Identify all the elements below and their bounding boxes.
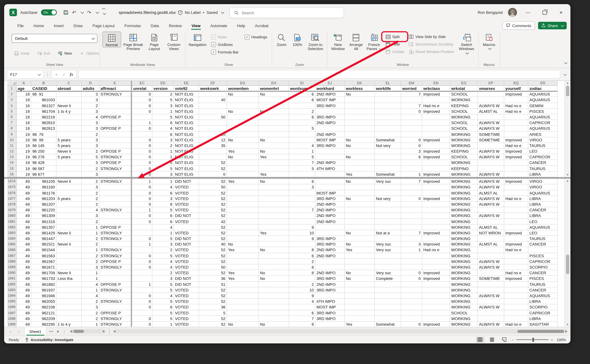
cell[interactable]: 1 [132,241,152,247]
cell[interactable]: 2 [289,259,315,264]
cell[interactable]: ARIES [528,131,558,137]
cell[interactable]: 961203 [31,196,56,202]
cell[interactable]: 961567 [31,259,56,264]
cell[interactable]: Never li [56,103,82,109]
cell[interactable]: No [259,270,289,276]
cell[interactable] [478,114,504,120]
cell[interactable]: 2 [152,143,174,149]
cell[interactable]: Never li [56,149,82,154]
cell[interactable] [345,287,375,293]
cell[interactable]: TAURUS [528,282,558,287]
cell[interactable]: 3RD IMPO [315,316,345,321]
cell[interactable]: OPPOSE P [99,282,131,287]
cell[interactable] [401,316,422,321]
cell[interactable] [315,184,345,190]
column-letter[interactable]: B [31,81,56,86]
cell[interactable]: 49 [17,224,31,230]
cell[interactable]: 6 [289,264,315,270]
cell[interactable]: 1 [152,109,174,114]
cell[interactable]: Improved [504,137,528,143]
cell[interactable]: LIBRA [528,213,558,219]
zoom-out-button[interactable]: − [512,338,514,342]
row-number[interactable]: 9 [7,131,17,137]
cell[interactable]: LIBRA [528,202,558,207]
cell[interactable]: DID NOT [174,236,199,241]
zoom-to-selection-button[interactable]: Zoom to Selection [306,32,325,51]
page-break-preview-button[interactable]: Page Break Preview [123,32,144,51]
row-number[interactable]: 1889 [7,264,17,270]
cell[interactable]: No [259,247,289,253]
cell[interactable]: 0 [132,91,152,97]
cell[interactable] [504,190,528,196]
cell[interactable]: No [259,149,289,154]
sheet-nav-right[interactable]: › [16,329,21,334]
cell[interactable]: 8 [289,247,315,253]
cell[interactable]: Very suc [375,270,401,276]
headings-checkbox[interactable]: ✓Headings [245,35,267,39]
cell[interactable]: STRONGLY [99,207,131,213]
cell[interactable] [227,287,259,293]
cell[interactable]: 6 [289,97,315,103]
cell[interactable]: Somewhat [375,171,401,177]
row-number[interactable]: 1881 [7,219,17,224]
row-number[interactable]: 1896 [7,304,17,310]
cell[interactable]: 6 [152,190,174,196]
tab-view[interactable]: View [187,21,205,30]
header-cell[interactable]: wrkstat [450,86,478,91]
row-number[interactable]: 1 [7,86,17,91]
cell[interactable]: Had no e [422,247,450,253]
cell[interactable]: ALWAYS W [478,259,504,264]
synchronous-scrolling-button[interactable]: Synchronous Scrolling [407,41,456,48]
cell[interactable]: No [227,322,259,327]
cell[interactable]: NOT ELIG [174,120,199,126]
cell[interactable]: 3 [82,184,99,190]
cell[interactable]: Had no e [504,143,528,149]
cell[interactable] [345,282,375,287]
cell[interactable] [132,230,152,236]
cell[interactable]: Improved [504,276,528,281]
cell[interactable]: WORKING [450,196,478,202]
cell[interactable]: KEEPING [450,149,478,154]
cell[interactable]: 19 [17,160,31,166]
cell[interactable]: 0 [401,109,422,114]
cell[interactable]: 2ND IMPO [315,253,345,259]
cell[interactable]: 50 [199,114,227,120]
cell[interactable]: 3 [401,149,422,154]
cell[interactable] [375,213,401,219]
cell[interactable]: 2ND IMPO [315,202,345,207]
cell[interactable]: AQUARIUS [528,126,558,131]
cell[interactable]: 4 [152,293,174,299]
cell[interactable] [345,202,375,207]
cell[interactable]: OPPOSE P [99,310,131,316]
cell[interactable]: Never li [56,179,82,184]
cell[interactable] [56,97,82,103]
cell[interactable]: 1 [82,247,99,253]
cell[interactable] [478,143,504,149]
cell[interactable]: 961207 [31,202,56,207]
cell[interactable] [375,299,401,304]
cell[interactable]: 2ND IMPO [315,282,345,287]
cell[interactable] [422,310,450,316]
cell[interactable] [478,166,504,171]
cell[interactable]: WORKING [450,143,478,149]
select-all-corner[interactable] [7,81,17,86]
cell[interactable]: 961704 [31,109,56,114]
cell[interactable]: 961563 [31,253,56,259]
cell[interactable]: 1 [132,207,152,213]
row-number[interactable]: 1898 [7,316,17,321]
cell[interactable]: STRONGLY [99,247,131,253]
cell[interactable]: ALMST AL [478,224,504,230]
cell[interactable]: 52 [199,316,227,321]
cell[interactable] [375,114,401,120]
cell[interactable]: 36 [199,304,227,310]
cell[interactable] [422,304,450,310]
cell[interactable] [422,207,450,213]
cell[interactable]: 5 [152,287,174,293]
cell[interactable] [289,103,315,109]
cell[interactable]: ALMST AL [478,241,504,247]
cell[interactable]: SOMETIME [478,131,504,137]
cell[interactable]: 6 [152,213,174,219]
cell[interactable] [478,219,504,224]
cell[interactable] [422,293,450,299]
header-cell[interactable]: worried [401,86,422,91]
